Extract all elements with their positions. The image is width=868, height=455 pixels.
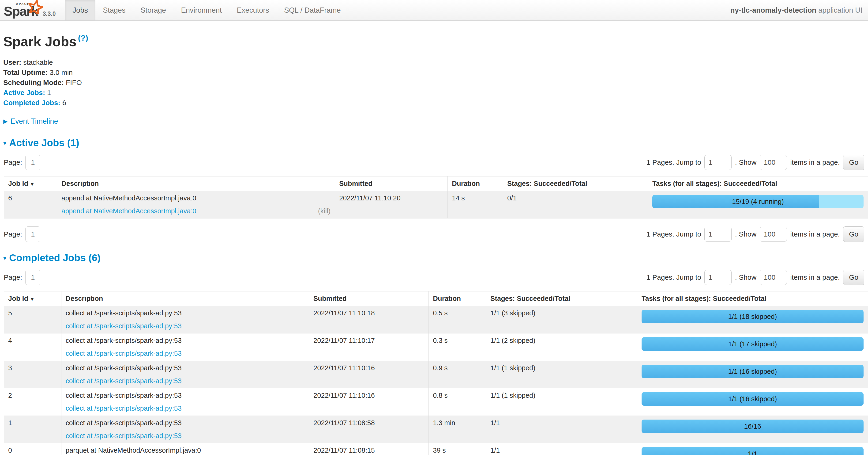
tasks-cell: 1/1 — [637, 443, 868, 455]
table-header-row: Job Id▼ Description Submitted Duration S… — [4, 176, 868, 191]
job-detail-link[interactable]: collect at /spark-scripts/spark-ad.py:53 — [66, 377, 182, 385]
completed-jobs-table: Job Id▼ Description Submitted Duration S… — [4, 291, 868, 455]
col-job-id[interactable]: Job Id▼ — [4, 176, 57, 191]
job-detail-link[interactable]: collect at /spark-scripts/spark-ad.py:53 — [66, 432, 182, 440]
page-number-input[interactable] — [25, 154, 40, 170]
task-progress-bar: 1/1 (16 skipped) — [642, 392, 864, 406]
stages-cell: 1/1 (3 skipped) — [486, 306, 637, 334]
table-row: 1 collect at /spark-scripts/spark-ad.py:… — [4, 416, 868, 443]
description-cell: collect at /spark-scripts/spark-ad.py:53… — [61, 306, 309, 334]
tasks-cell: 1/1 (18 skipped) — [637, 306, 868, 334]
submitted-cell: 2022/11/07 11:10:17 — [309, 334, 429, 361]
tab-jobs[interactable]: Jobs — [65, 0, 95, 21]
spark-star-icon — [28, 0, 43, 14]
job-detail-link[interactable]: collect at /spark-scripts/spark-ad.py:53 — [66, 350, 182, 358]
col-tasks[interactable]: Tasks (for all stages): Succeeded/Total — [648, 176, 868, 191]
active-jobs-link[interactable]: Active Jobs: — [3, 89, 45, 96]
description-cell: parquet at NativeMethodAccessorImpl.java… — [61, 443, 309, 455]
items-per-page-input[interactable] — [760, 227, 787, 242]
stages-cell: 1/1 (1 skipped) — [486, 361, 637, 388]
table-row: 2 collect at /spark-scripts/spark-ad.py:… — [4, 388, 868, 416]
summary-scheduling-mode: Scheduling Mode: FIFO — [3, 78, 865, 88]
tab-storage[interactable]: Storage — [133, 0, 174, 21]
go-button[interactable]: Go — [843, 226, 864, 242]
help-link[interactable]: (?) — [78, 33, 88, 42]
event-timeline-toggle[interactable]: ▶ Event Timeline — [3, 117, 865, 125]
active-jobs-pagination-bottom: Page: 1 Pages. Jump to . Show items in a… — [4, 226, 864, 242]
col-submitted[interactable]: Submitted — [309, 291, 429, 306]
tab-sql-dataframe[interactable]: SQL / DataFrame — [277, 0, 348, 21]
col-duration[interactable]: Duration — [448, 176, 503, 191]
submitted-cell: 2022/11/07 11:10:20 — [335, 191, 448, 219]
event-timeline-label: Event Timeline — [10, 117, 58, 125]
items-per-page-input[interactable] — [760, 270, 787, 285]
job-id-cell: 2 — [4, 388, 61, 416]
jump-to-page-input[interactable] — [704, 155, 732, 170]
sort-desc-icon: ▼ — [30, 296, 35, 302]
description-cell: collect at /spark-scripts/spark-ad.py:53… — [61, 416, 309, 443]
col-submitted[interactable]: Submitted — [335, 176, 448, 191]
tab-environment[interactable]: Environment — [174, 0, 229, 21]
task-progress-bar: 16/16 — [642, 420, 864, 433]
duration-cell: 0.8 s — [429, 388, 486, 416]
go-button[interactable]: Go — [843, 154, 864, 170]
col-job-id[interactable]: Job Id▼ — [4, 291, 61, 306]
col-stages[interactable]: Stages: Succeeded/Total — [486, 291, 637, 306]
col-description[interactable]: Description — [57, 176, 335, 191]
duration-cell: 0.9 s — [429, 361, 486, 388]
completed-jobs-section-heading[interactable]: ▾ Completed Jobs (6) — [3, 252, 865, 263]
top-navbar: APACHE Spark ™ 3.3.0 Jobs Stages Storage… — [0, 0, 868, 21]
kill-link[interactable]: (kill) — [318, 207, 331, 215]
progress-label: 1/1 (16 skipped) — [642, 365, 864, 378]
stages-cell: 1/1 — [486, 416, 637, 443]
job-detail-link[interactable]: append at NativeMethodAccessorImpl.java:… — [61, 207, 196, 215]
active-jobs-table: Job Id▼ Description Submitted Duration S… — [4, 176, 868, 219]
col-tasks[interactable]: Tasks (for all stages): Succeeded/Total — [637, 291, 868, 306]
show-text: . Show — [735, 230, 756, 238]
job-description: collect at /spark-scripts/spark-ad.py:53 — [66, 337, 182, 344]
job-description: parquet at NativeMethodAccessorImpl.java… — [66, 447, 201, 454]
spark-brand: APACHE Spark ™ 3.3.0 — [2, 0, 62, 21]
tab-stages[interactable]: Stages — [95, 0, 133, 21]
table-row: 0 parquet at NativeMethodAccessorImpl.ja… — [4, 443, 868, 455]
application-name: ny-tlc-anomaly-detection application UI — [731, 6, 862, 15]
summary-completed-jobs: Completed Jobs: 6 — [3, 97, 865, 108]
progress-label: 1/1 — [642, 447, 864, 455]
col-stages[interactable]: Stages: Succeeded/Total — [503, 176, 648, 191]
page-number-input[interactable] — [25, 269, 40, 285]
jump-to-page-input[interactable] — [704, 270, 732, 285]
spark-logo: APACHE Spark ™ — [4, 2, 41, 19]
jump-to-page-input[interactable] — [704, 227, 732, 242]
page-label: Page: — [4, 230, 22, 238]
duration-cell: 14 s — [448, 191, 503, 219]
completed-jobs-link[interactable]: Completed Jobs: — [3, 99, 60, 107]
page-number-input[interactable] — [25, 226, 40, 242]
duration-cell: 0.5 s — [429, 306, 486, 334]
job-id-cell: 6 — [4, 191, 57, 219]
col-duration[interactable]: Duration — [429, 291, 486, 306]
active-jobs-pagination-top: Page: 1 Pages. Jump to . Show items in a… — [4, 154, 864, 170]
go-button[interactable]: Go — [843, 269, 864, 285]
expand-arrow-icon: ▶ — [3, 118, 7, 124]
tab-executors[interactable]: Executors — [229, 0, 277, 21]
submitted-cell: 2022/11/07 11:08:58 — [309, 416, 429, 443]
task-progress-bar: 1/1 (16 skipped) — [642, 365, 864, 378]
items-text: items in a page. — [790, 230, 840, 238]
job-detail-link[interactable]: collect at /spark-scripts/spark-ad.py:53 — [66, 404, 182, 412]
items-text: items in a page. — [790, 274, 840, 281]
items-per-page-input[interactable] — [760, 155, 787, 170]
job-detail-link[interactable]: collect at /spark-scripts/spark-ad.py:53 — [66, 322, 182, 330]
table-row: 4 collect at /spark-scripts/spark-ad.py:… — [4, 334, 868, 361]
job-id-cell: 1 — [4, 416, 61, 443]
active-jobs-section-heading[interactable]: ▾ Active Jobs (1) — [3, 137, 865, 148]
progress-label: 1/1 (18 skipped) — [642, 310, 864, 323]
job-id-cell: 5 — [4, 306, 61, 334]
collapse-arrow-icon: ▾ — [3, 254, 6, 262]
job-description: collect at /spark-scripts/spark-ad.py:53 — [66, 392, 182, 399]
job-id-cell: 0 — [4, 443, 61, 455]
description-cell: collect at /spark-scripts/spark-ad.py:53… — [61, 361, 309, 388]
col-description[interactable]: Description — [61, 291, 309, 306]
show-text: . Show — [735, 274, 756, 281]
application-ui-suffix: application UI — [816, 6, 862, 14]
completed-jobs-pagination-top: Page: 1 Pages. Jump to . Show items in a… — [4, 269, 864, 285]
